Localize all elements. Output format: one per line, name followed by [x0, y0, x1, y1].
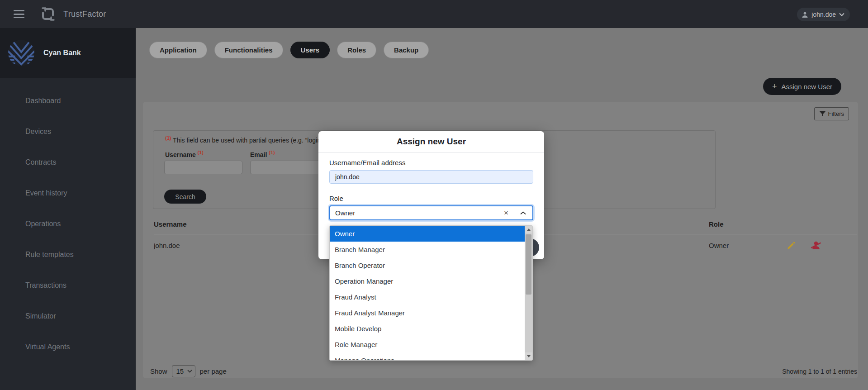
cell-username: john.doe [154, 242, 180, 249]
scroll-up-icon[interactable] [525, 226, 532, 233]
user-avatar-icon [802, 11, 808, 18]
filters-button[interactable]: Filters [814, 107, 849, 120]
modal-role-label: Role [329, 195, 343, 202]
section-tabs: Application Functionalities Users Roles … [149, 42, 429, 58]
edit-user-icon[interactable] [786, 240, 797, 251]
sidebar-item-rule-templates[interactable]: Rule templates [25, 250, 74, 260]
role-option-branch-manager[interactable]: Branch Manager [330, 242, 526, 257]
filter-hint: (1) This field can be used with partial … [165, 135, 329, 144]
show-label: Show [150, 367, 167, 375]
search-button[interactable]: Search [164, 190, 206, 204]
tab-backup[interactable]: Backup [384, 42, 429, 58]
entries-summary: Showing 1 to 1 of 1 entries [782, 368, 857, 375]
scrollbar-thumb[interactable] [526, 234, 531, 295]
bank-name: Cyan Bank [43, 49, 81, 57]
role-option-operation-manager[interactable]: Operation Manager [330, 273, 526, 289]
sidebar-item-simulator[interactable]: Simulator [25, 311, 74, 321]
dropdown-scrollbar[interactable] [525, 226, 532, 360]
cell-role: Owner [709, 242, 729, 249]
sidebar-item-contracts[interactable]: Contracts [25, 157, 74, 167]
sidebar-item-transactions[interactable]: Transactions [25, 281, 74, 290]
email-filter-label: Email (1) [250, 150, 275, 158]
hint-text: This field can be used with partial quer… [171, 137, 329, 144]
funnel-icon [819, 111, 826, 117]
user-menu[interactable]: john.doe [797, 8, 850, 21]
modal-username-label: Username/Email address [329, 159, 405, 166]
modal-title: Assign new User [397, 137, 466, 147]
email-filter-input[interactable] [250, 161, 328, 174]
role-option-owner[interactable]: Owner [330, 226, 526, 242]
role-select-value: Owner [335, 209, 504, 217]
page-size-control: Show 15 per page [150, 365, 227, 377]
hamburger-menu-icon[interactable] [14, 10, 24, 18]
chevron-down-icon [839, 13, 844, 16]
remove-user-icon[interactable] [810, 240, 821, 251]
role-option-branch-operator[interactable]: Branch Operator [330, 257, 526, 273]
sidebar-item-event-history[interactable]: Event history [25, 188, 74, 198]
role-option-fraud-analyst-manager[interactable]: Fraud Analyst Manager [330, 305, 526, 321]
role-dropdown-list: Owner Branch Manager Branch Operator Ope… [329, 225, 533, 361]
column-header-role[interactable]: Role [709, 220, 724, 228]
role-select[interactable]: Owner × [329, 205, 533, 220]
tab-users[interactable]: Users [290, 42, 330, 58]
username-filter-label: Username (1) [165, 150, 204, 158]
tab-application[interactable]: Application [149, 42, 207, 58]
chevron-up-icon[interactable] [520, 211, 526, 215]
hint-marker: (1) [165, 135, 171, 141]
role-option-role-manager[interactable]: Role Manager [330, 337, 526, 352]
app-title: TrustFactor [63, 10, 106, 19]
sidebar-item-devices[interactable]: Devices [25, 127, 74, 137]
filters-label: Filters [828, 110, 844, 117]
plus-icon: + [772, 82, 777, 90]
column-header-username[interactable]: Username [154, 220, 187, 228]
trustfactor-logo-icon [39, 5, 57, 23]
page-size-value: 15 [176, 367, 184, 375]
bank-brand: Cyan Bank [0, 28, 136, 78]
page-size-select[interactable]: 15 [172, 365, 195, 377]
modal-username-input[interactable] [329, 170, 533, 184]
sidebar-item-dashboard[interactable]: Dashboard [25, 96, 74, 106]
cyan-bank-logo [7, 39, 35, 67]
role-option-mobile-develop[interactable]: Mobile Develop [330, 321, 526, 337]
sidebar-menu: Dashboard Devices Contracts Event histor… [25, 96, 74, 373]
username-filter-input[interactable] [164, 161, 242, 174]
assign-new-user-button[interactable]: + Assign new User [763, 78, 841, 95]
sidebar-item-virtual-agents[interactable]: Virtual Agents [25, 342, 74, 352]
assign-new-user-label: Assign new User [781, 83, 832, 90]
per-page-label: per page [200, 367, 227, 375]
scroll-down-icon[interactable] [525, 352, 532, 360]
chevron-down-icon [187, 370, 192, 373]
sidebar-item-operations[interactable]: Operations [25, 219, 74, 229]
modal-header: Assign new User [318, 131, 544, 152]
role-option-manage-operations[interactable]: Manage Operations [330, 352, 526, 361]
user-name: john.doe [811, 11, 836, 18]
tab-roles[interactable]: Roles [337, 42, 376, 58]
sidebar: Cyan Bank Dashboard Devices Contracts Ev… [0, 28, 136, 390]
role-option-fraud-analyst[interactable]: Fraud Analyst [330, 289, 526, 305]
clear-selection-icon[interactable]: × [504, 209, 508, 218]
tab-functionalities[interactable]: Functionalities [214, 42, 283, 58]
top-header: TrustFactor john.doe [0, 0, 868, 28]
